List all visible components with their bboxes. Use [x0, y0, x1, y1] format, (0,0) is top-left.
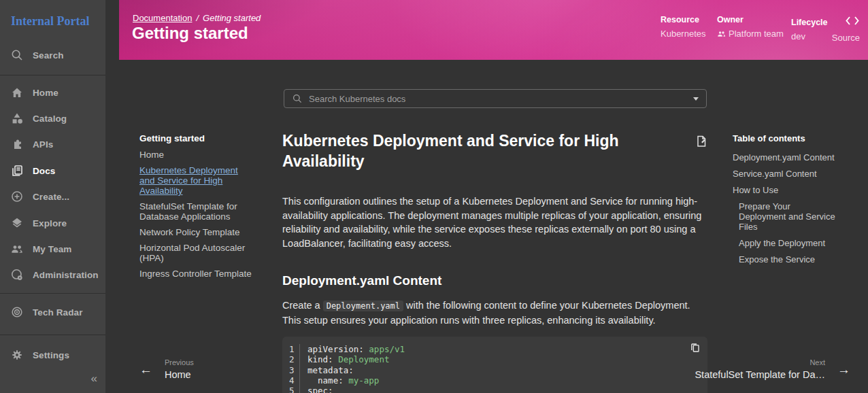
next-page-link[interactable]: → Next StatefulSet Template for Da…	[695, 358, 850, 380]
docs-search-input[interactable]	[309, 94, 687, 104]
code-line: 2kind: Deployment	[289, 354, 698, 364]
apis-puzzle-icon	[10, 137, 24, 151]
next-label: Next	[695, 358, 825, 366]
source-label: Source	[832, 33, 860, 43]
group-icon	[717, 29, 726, 38]
previous-label: Previous	[165, 358, 194, 366]
article-intro: This configuration outlines the setup of…	[282, 194, 707, 250]
meta-label: Owner	[717, 15, 784, 24]
toc-item-how-to-use[interactable]: How to Use	[733, 185, 836, 195]
meta-value: dev	[791, 31, 828, 41]
docs-nav-item-kubernetes-deployment[interactable]: Kubernetes Deployment and Service for Hi…	[139, 165, 254, 196]
sidebar-item-label: Administration	[33, 270, 99, 280]
code-line: 4 name: my-app	[289, 375, 698, 386]
search-dropdown-caret-icon[interactable]	[693, 97, 699, 101]
sidebar-divider	[0, 75, 105, 75]
breadcrumb-current: Getting started	[203, 13, 261, 23]
previous-page-link[interactable]: ← Previous Home	[139, 358, 194, 380]
sidebar-item-explore[interactable]: Explore	[0, 210, 105, 236]
search-icon	[10, 48, 24, 62]
team-people-icon	[10, 242, 24, 256]
owner-value: Platform team	[729, 29, 784, 39]
sidebar-divider	[0, 335, 105, 335]
toc-item-service-yaml[interactable]: Service.yaml Content	[733, 169, 836, 179]
sidebar-item-label: Catalog	[33, 114, 67, 124]
inline-code: Deployment.yaml	[323, 301, 403, 311]
previous-title: Home	[165, 369, 194, 380]
catalog-icon	[10, 112, 24, 125]
home-icon	[10, 86, 24, 99]
docs-nav-item-home[interactable]: Home	[139, 150, 254, 160]
docs-nav-item-statefulset[interactable]: StatefulSet Template for Database Applic…	[139, 201, 254, 222]
sidebar-item-label: Explore	[33, 218, 67, 228]
sidebar-item-settings[interactable]: Settings	[0, 342, 105, 368]
arrow-left-icon: ←	[139, 363, 152, 376]
sidebar-item-home[interactable]: Home	[0, 80, 105, 105]
sidebar-item-apis[interactable]: APIs	[0, 131, 105, 157]
section-heading: Deployment.yaml Content	[282, 273, 707, 288]
code-line: 5spec:	[289, 386, 698, 393]
code-block: 1apiVersion: apps/v1 2kind: Deployment 3…	[282, 337, 707, 393]
search-icon	[292, 93, 303, 104]
copy-code-button[interactable]	[689, 342, 701, 356]
toc-item-deployment-yaml[interactable]: Deployment.yaml Content	[733, 152, 836, 163]
table-of-contents: Table of contents Deployment.yaml Conten…	[733, 133, 836, 271]
toc-title: Table of contents	[733, 133, 836, 143]
next-title: StatefulSet Template for Da…	[695, 369, 825, 380]
sidebar-item-label: Home	[33, 88, 59, 98]
meta-label: Lifecycle	[791, 18, 828, 27]
sidebar-item-my-team[interactable]: My Team	[0, 236, 105, 262]
code-line: 3metadata:	[289, 365, 698, 375]
app-sidebar: Internal Portal Search Home Catalog APIs…	[0, 0, 105, 393]
sidebar-item-label: Docs	[33, 166, 55, 176]
administration-icon	[10, 268, 24, 281]
breadcrumb-documentation-link[interactable]: Documentation	[133, 13, 192, 23]
copy-icon	[689, 342, 701, 354]
sidebar-item-tech-radar[interactable]: Tech Radar	[0, 299, 105, 325]
meta-value: Kubernetes	[661, 29, 706, 39]
meta-value[interactable]: Platform team	[717, 29, 784, 39]
header-meta-source[interactable]: Source	[832, 16, 860, 43]
breadcrumb: Documentation/Getting started	[133, 13, 261, 23]
docs-nav-item-hpa[interactable]: Horizontal Pod Autoscaler (HPA)	[139, 243, 254, 263]
page-title: Getting started	[132, 24, 248, 43]
docs-nav: Getting started Home Kubernetes Deployme…	[139, 133, 254, 284]
tech-radar-icon	[10, 305, 24, 319]
toc-item-apply-deployment[interactable]: Apply the Deployment	[739, 238, 836, 248]
breadcrumb-separator: /	[196, 13, 199, 23]
sidebar-collapse-button[interactable]: «	[91, 372, 97, 386]
toc-item-prepare-files[interactable]: Prepare Your Deployment and Service File…	[739, 201, 836, 232]
header-meta-resource: Resource Kubernetes	[661, 15, 706, 39]
sidebar-item-administration[interactable]: Administration	[0, 262, 105, 288]
article-title: Kubernetes Deployment and Service for Hi…	[282, 131, 677, 171]
docs-nav-item-network-policy[interactable]: Network Policy Template	[139, 227, 254, 237]
edit-page-button[interactable]	[695, 135, 707, 151]
sidebar-item-label: Create...	[33, 192, 69, 202]
meta-label: Resource	[661, 15, 706, 24]
code-brackets-icon	[845, 16, 860, 26]
settings-gear-icon	[10, 348, 24, 362]
docs-search-bar[interactable]	[284, 89, 707, 108]
sidebar-item-label: Settings	[33, 350, 69, 360]
docs-icon	[10, 164, 24, 177]
sidebar-item-docs[interactable]: Docs	[0, 158, 105, 184]
sidebar-item-label: Tech Radar	[33, 307, 83, 318]
sidebar-item-label: Search	[33, 50, 64, 61]
page-header: Documentation/Getting started Getting st…	[119, 0, 868, 60]
sidebar-item-search[interactable]: Search	[0, 42, 105, 68]
app-title: Internal Portal	[11, 14, 89, 29]
arrow-right-icon: →	[837, 363, 850, 376]
header-meta-lifecycle: Lifecycle dev	[791, 18, 828, 41]
sidebar-item-create[interactable]: Create...	[0, 184, 105, 209]
setup-paragraph: Create a Deployment.yaml with the follow…	[282, 298, 707, 327]
header-meta-owner: Owner Platform team	[717, 15, 784, 39]
sidebar-item-label: APIs	[33, 139, 53, 150]
code-line: 1apiVersion: apps/v1	[289, 344, 698, 354]
sidebar-item-label: My Team	[33, 244, 71, 254]
explore-layers-icon	[10, 216, 24, 230]
toc-item-expose-service[interactable]: Expose the Service	[739, 254, 836, 264]
create-plus-icon	[10, 190, 24, 203]
edit-page-icon	[695, 135, 707, 148]
docs-nav-item-ingress[interactable]: Ingress Controller Template	[139, 269, 254, 279]
sidebar-item-catalog[interactable]: Catalog	[0, 105, 105, 131]
